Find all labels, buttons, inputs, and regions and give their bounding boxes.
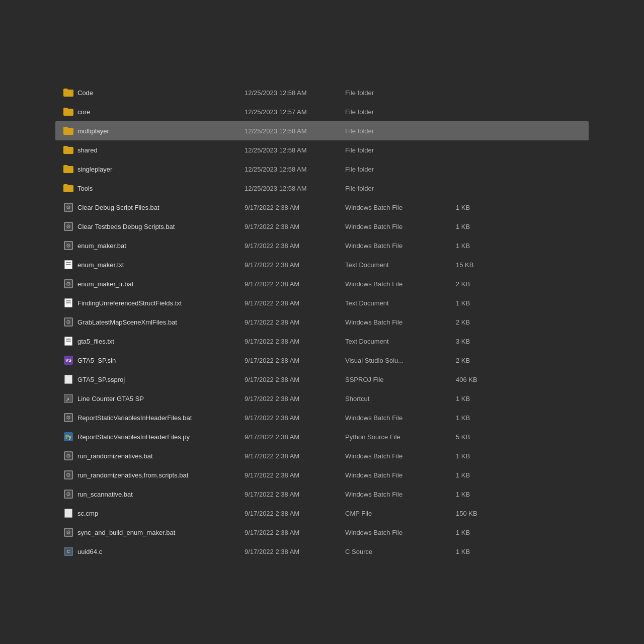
file-type: File folder [345, 146, 456, 154]
file-type: Windows Batch File [345, 242, 456, 250]
file-size: 15 KB [456, 261, 506, 269]
list-item[interactable]: Line Counter GTA5 SP9/17/2022 2:38 AMSho… [55, 389, 589, 408]
file-date: 9/17/2022 2:38 AM [245, 318, 345, 326]
list-item[interactable]: run_randomizenatives.from.scripts.bat9/1… [55, 465, 589, 485]
file-date: 9/17/2022 2:38 AM [245, 357, 345, 364]
file-name-text: uuid64.c [77, 548, 102, 555]
file-name-text: multiplayer [77, 127, 109, 135]
file-type: File folder [345, 185, 456, 192]
file-type: Windows Batch File [345, 491, 456, 498]
file-name-cell: Cuuid64.c [63, 546, 245, 556]
file-date: 12/25/2023 12:58 AM [245, 146, 345, 154]
file-type: Text Document [345, 338, 456, 345]
list-item[interactable]: ReportStaticVariablesInHeaderFiles.bat9/… [55, 408, 589, 427]
file-name-cell: Line Counter GTA5 SP [63, 393, 245, 404]
list-item[interactable]: Clear Debug Script Files.bat9/17/2022 2:… [55, 198, 589, 217]
list-item[interactable]: shared12/25/2023 12:58 AMFile folder [55, 140, 589, 159]
file-date: 9/17/2022 2:38 AM [245, 242, 345, 250]
file-name-cell: shared [63, 145, 245, 155]
file-name-cell: PyReportStaticVariablesInHeaderFiles.py [63, 432, 245, 442]
file-size: 3 KB [456, 338, 506, 345]
list-item[interactable]: PyReportStaticVariablesInHeaderFiles.py9… [55, 427, 589, 446]
file-type: Python Source File [345, 433, 456, 441]
list-item[interactable]: VSGTA5_SP.sln9/17/2022 2:38 AMVisual Stu… [55, 351, 589, 370]
list-item[interactable]: enum_maker_ir.bat9/17/2022 2:38 AMWindow… [55, 274, 589, 293]
list-item[interactable]: sync_and_build_enum_maker.bat9/17/2022 2… [55, 523, 589, 542]
file-type: File folder [345, 166, 456, 173]
file-date: 9/17/2022 2:38 AM [245, 223, 345, 230]
list-item[interactable]: Cuuid64.c9/17/2022 2:38 AMC Source1 KB [55, 542, 589, 561]
list-item[interactable]: gta5_files.txt9/17/2022 2:38 AMText Docu… [55, 332, 589, 351]
file-name-cell: Clear Testbeds Debug Scripts.bat [63, 221, 245, 231]
file-type: Windows Batch File [345, 204, 456, 211]
file-name-text: Tools [77, 185, 93, 192]
file-name-text: sync_and_build_enum_maker.bat [77, 529, 175, 536]
bat-icon [64, 203, 73, 212]
txt-icon [64, 298, 72, 307]
list-item[interactable]: singleplayer12/25/2023 12:58 AMFile fold… [55, 159, 589, 179]
file-name-cell: multiplayer [63, 126, 245, 136]
file-name-text: enum_maker_ir.bat [77, 280, 133, 288]
file-name-text: run_randomizenatives.from.scripts.bat [77, 471, 188, 479]
bat-icon [64, 528, 73, 537]
file-date: 12/25/2023 12:58 AM [245, 127, 345, 135]
file-name-cell: Tools [63, 183, 245, 193]
list-item[interactable]: run_scannative.bat9/17/2022 2:38 AMWindo… [55, 485, 589, 504]
list-item[interactable]: GTA5_SP.ssproj9/17/2022 2:38 AMSSPROJ Fi… [55, 370, 589, 389]
list-item[interactable]: GrabLatestMapSceneXmlFiles.bat9/17/2022 … [55, 312, 589, 332]
list-item[interactable]: Clear Testbeds Debug Scripts.bat9/17/202… [55, 217, 589, 236]
list-item[interactable]: Code12/25/2023 12:58 AMFile folder [55, 83, 589, 102]
list-item[interactable]: core12/25/2023 12:57 AMFile folder [55, 102, 589, 121]
folder-icon [63, 108, 73, 116]
file-size: 1 KB [456, 452, 506, 460]
file-type: SSPROJ File [345, 376, 456, 383]
file-date: 9/17/2022 2:38 AM [245, 261, 345, 269]
file-date: 12/25/2023 12:58 AM [245, 89, 345, 97]
file-name-text: GTA5_SP.ssproj [77, 376, 125, 383]
file-name-cell: enum_maker_ir.bat [63, 279, 245, 289]
file-date: 9/17/2022 2:38 AM [245, 548, 345, 555]
list-item[interactable]: sc.cmp9/17/2022 2:38 AMCMP File150 KB [55, 504, 589, 523]
file-name-cell: enum_maker.txt [63, 260, 245, 270]
file-name-cell: run_randomizenatives.bat [63, 451, 245, 461]
file-date: 9/17/2022 2:38 AM [245, 433, 345, 441]
file-date: 12/25/2023 12:57 AM [245, 108, 345, 116]
file-name-cell: core [63, 107, 245, 117]
list-item[interactable]: enum_maker.txt9/17/2022 2:38 AMText Docu… [55, 255, 589, 274]
file-name-cell: enum_maker.bat [63, 240, 245, 251]
file-name-cell: sc.cmp [63, 508, 245, 518]
list-item[interactable]: FindingUnreferencedStructFields.txt9/17/… [55, 293, 589, 312]
file-size: 1 KB [456, 299, 506, 307]
file-name-text: run_randomizenatives.bat [77, 452, 153, 460]
file-date: 9/17/2022 2:38 AM [245, 414, 345, 422]
file-name-text: ReportStaticVariablesInHeaderFiles.py [77, 433, 190, 441]
file-list: Code12/25/2023 12:58 AMFile foldercore12… [55, 83, 589, 561]
bat-icon [64, 317, 73, 327]
file-date: 9/17/2022 2:38 AM [245, 529, 345, 536]
file-size: 2 KB [456, 280, 506, 288]
list-item[interactable]: Tools12/25/2023 12:58 AMFile folder [55, 179, 589, 198]
list-item[interactable]: enum_maker.bat9/17/2022 2:38 AMWindows B… [55, 236, 589, 255]
file-size: 2 KB [456, 318, 506, 326]
folder-icon [63, 89, 73, 97]
file-size: 1 KB [456, 223, 506, 230]
bat-icon [64, 279, 73, 288]
file-date: 9/17/2022 2:38 AM [245, 395, 345, 403]
file-name-cell: FindingUnreferencedStructFields.txt [63, 298, 245, 308]
cmp-icon [64, 509, 72, 518]
file-name-cell: run_scannative.bat [63, 489, 245, 499]
txt-icon [64, 260, 72, 269]
file-type: C Source [345, 548, 456, 555]
file-type: Text Document [345, 261, 456, 269]
list-item[interactable]: multiplayer12/25/2023 12:58 AMFile folde… [55, 121, 589, 140]
shortcut-icon [64, 394, 73, 403]
file-name-text: Clear Debug Script Files.bat [77, 204, 159, 211]
folder-icon [63, 127, 73, 135]
file-name-cell: gta5_files.txt [63, 336, 245, 346]
file-name-cell: Clear Debug Script Files.bat [63, 202, 245, 212]
file-type: Windows Batch File [345, 280, 456, 288]
file-date: 9/17/2022 2:38 AM [245, 376, 345, 383]
list-item[interactable]: run_randomizenatives.bat9/17/2022 2:38 A… [55, 446, 589, 465]
file-size: 1 KB [456, 491, 506, 498]
bat-icon [64, 222, 73, 231]
